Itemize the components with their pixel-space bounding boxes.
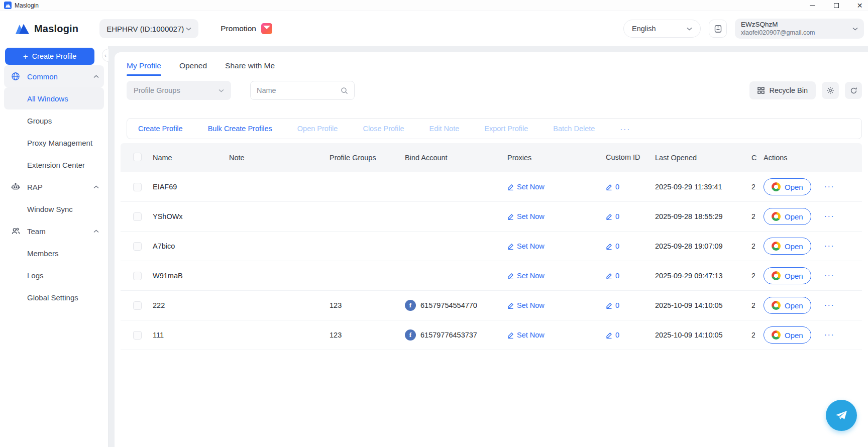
row-checkbox[interactable] xyxy=(133,301,142,310)
sidebar-item-members[interactable]: Members xyxy=(4,242,104,264)
sidebar-group-label: RAP xyxy=(27,183,43,191)
filter-row: Profile Groups Recycle Bin xyxy=(127,81,862,100)
open-profile-button[interactable]: Open xyxy=(764,178,811,195)
set-proxy-link[interactable]: Set Now xyxy=(507,272,545,280)
action-export-profile-button[interactable]: Export Profile xyxy=(484,125,528,133)
search-icon[interactable] xyxy=(341,87,348,94)
open-profile-button[interactable]: Open xyxy=(764,326,811,344)
chevron-down-icon xyxy=(687,27,692,31)
row-more-button[interactable]: ··· xyxy=(824,212,834,221)
facebook-icon: f xyxy=(405,329,416,341)
column-header-proxies: Proxies xyxy=(503,154,602,162)
tab-my-profile[interactable]: My Profile xyxy=(127,56,161,76)
custom-id-edit-link[interactable]: 0 xyxy=(606,272,619,280)
row-checkbox[interactable] xyxy=(133,242,142,251)
bind-account-id: 61579754554770 xyxy=(420,301,477,309)
row-checkbox[interactable] xyxy=(133,183,142,191)
chevron-down-icon xyxy=(186,27,191,31)
tab-share-with-me[interactable]: Share with Me xyxy=(225,56,275,76)
sidebar-item-all-windows[interactable]: All Windows xyxy=(4,87,104,109)
sidebar-item-label: Global Settings xyxy=(27,293,78,302)
tab-opened[interactable]: Opened xyxy=(179,56,207,76)
set-proxy-link[interactable]: Set Now xyxy=(507,183,545,191)
sidebar-group-rap[interactable]: RAP xyxy=(4,176,104,198)
open-profile-button[interactable]: Open xyxy=(764,208,811,225)
custom-id-value: 0 xyxy=(615,183,619,191)
promotion-link[interactable]: Promotion xyxy=(221,23,272,34)
action-more-button[interactable]: ··· xyxy=(620,125,630,133)
chevron-down-icon xyxy=(219,89,224,92)
cell-last-opened: 2025-09-28 19:07:09 xyxy=(651,242,751,250)
settings-button[interactable] xyxy=(822,82,839,99)
custom-id-value: 0 xyxy=(615,331,619,339)
row-checkbox[interactable] xyxy=(133,331,142,340)
set-now-label: Set Now xyxy=(517,301,545,309)
action-edit-note-button[interactable]: Edit Note xyxy=(429,125,460,133)
column-header-clipped: C xyxy=(751,154,759,162)
table-header: Name Note Profile Groups Bind Account Pr… xyxy=(121,143,862,172)
row-checkbox[interactable] xyxy=(133,212,142,221)
row-more-button[interactable]: ··· xyxy=(824,182,834,191)
minimize-button[interactable] xyxy=(809,2,816,9)
sidebar-item-extension-center[interactable]: Extension Center xyxy=(4,154,104,176)
cell-name: 111 xyxy=(149,331,225,339)
maximize-button[interactable] xyxy=(833,2,839,9)
action-close-profile-button[interactable]: Close Profile xyxy=(363,125,404,133)
sidebar-item-global-settings[interactable]: Global Settings xyxy=(4,286,104,308)
workspace-select[interactable]: EHPHRV (ID:1000027) xyxy=(99,19,198,38)
sidebar-group-common[interactable]: Common xyxy=(4,65,104,87)
sidebar-collapse-handle[interactable]: ‹ xyxy=(102,49,108,62)
close-button[interactable]: ✕ xyxy=(856,2,863,9)
row-more-button[interactable]: ··· xyxy=(824,271,834,280)
sidebar-item-window-sync[interactable]: Window Sync xyxy=(4,198,104,220)
clipped-cell-value: 2 xyxy=(751,242,755,250)
action-batch-delete-button[interactable]: Batch Delete xyxy=(553,125,595,133)
action-open-profile-button[interactable]: Open Profile xyxy=(297,125,338,133)
user-account-menu[interactable]: EWzSQhzM xiaofei020907@gmail.com xyxy=(735,19,864,39)
cell-name: A7bico xyxy=(149,242,225,250)
sidebar-item-logs[interactable]: Logs xyxy=(4,264,104,286)
set-proxy-link[interactable]: Set Now xyxy=(507,212,545,220)
chrome-icon xyxy=(772,182,781,191)
globe-icon xyxy=(11,72,20,81)
custom-id-edit-link[interactable]: 0 xyxy=(606,301,619,309)
action-create-profile-button[interactable]: Create Profile xyxy=(138,125,183,133)
docs-button[interactable] xyxy=(709,20,727,38)
cell-bind-account: f 61579776453737 xyxy=(401,329,503,341)
refresh-button[interactable] xyxy=(845,82,862,99)
custom-id-edit-link[interactable]: 0 xyxy=(606,331,619,339)
promotion-mail-icon xyxy=(261,23,272,34)
language-select[interactable]: English xyxy=(623,20,701,38)
row-checkbox[interactable] xyxy=(133,272,142,280)
telegram-plane-icon xyxy=(834,408,849,423)
custom-id-edit-link[interactable]: 0 xyxy=(606,212,619,220)
pencil-icon xyxy=(507,332,514,339)
set-proxy-link[interactable]: Set Now xyxy=(507,242,545,250)
telegram-fab-button[interactable] xyxy=(826,400,857,431)
row-more-button[interactable]: ··· xyxy=(824,301,834,310)
sidebar-item-proxy-management[interactable]: Proxy Management xyxy=(4,132,104,154)
row-more-button[interactable]: ··· xyxy=(824,242,834,251)
name-search-input[interactable] xyxy=(257,86,341,94)
sidebar-group-team[interactable]: Team xyxy=(4,220,104,242)
sidebar-item-groups[interactable]: Groups xyxy=(4,109,104,132)
row-more-button[interactable]: ··· xyxy=(824,330,834,340)
select-all-checkbox[interactable] xyxy=(133,153,142,161)
recycle-bin-button[interactable]: Recycle Bin xyxy=(749,81,816,99)
sidebar-item-label: Logs xyxy=(27,271,44,280)
pencil-icon xyxy=(507,273,514,279)
open-profile-button[interactable]: Open xyxy=(764,297,811,314)
main-area: My Profile Opened Share with Me Profile … xyxy=(108,46,868,447)
custom-id-edit-link[interactable]: 0 xyxy=(606,183,619,191)
open-profile-button[interactable]: Open xyxy=(764,238,811,255)
custom-id-edit-link[interactable]: 0 xyxy=(606,242,619,250)
open-profile-button[interactable]: Open xyxy=(764,267,811,284)
create-profile-button[interactable]: + Create Profile xyxy=(5,48,94,65)
profile-groups-select[interactable]: Profile Groups xyxy=(127,81,231,100)
set-proxy-link[interactable]: Set Now xyxy=(507,331,545,339)
set-proxy-link[interactable]: Set Now xyxy=(507,301,545,309)
table-row: 111 123 f 61579776453737 Set Now 0 2025-… xyxy=(121,320,862,350)
promotion-label: Promotion xyxy=(221,24,256,33)
maslogin-logo-icon xyxy=(15,23,30,35)
action-bulk-create-button[interactable]: Bulk Create Profiles xyxy=(208,125,272,133)
